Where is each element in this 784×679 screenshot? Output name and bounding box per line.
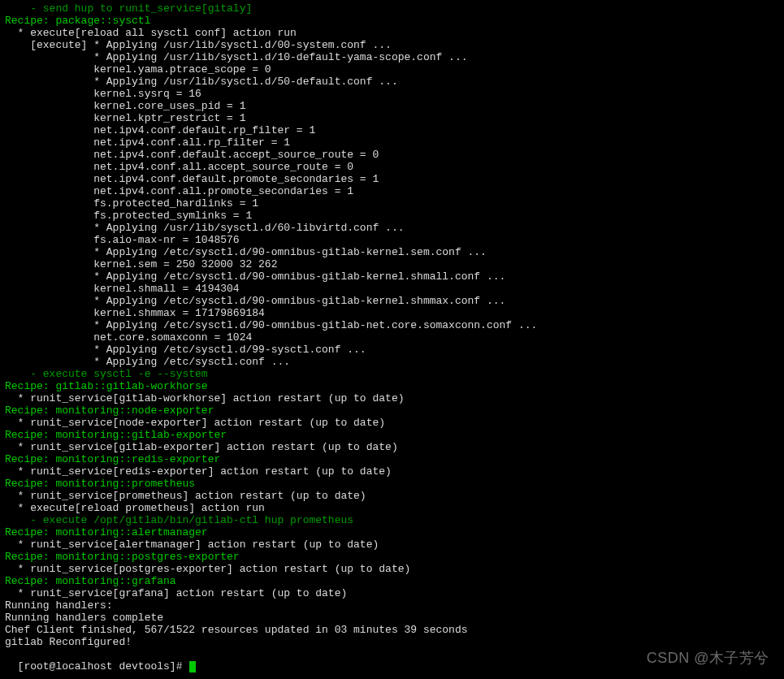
terminal-line: Recipe: monitoring::prometheus (5, 478, 779, 490)
terminal-line: kernel.core_uses_pid = 1 (5, 100, 779, 112)
terminal-line: Recipe: monitoring::postgres-exporter (5, 551, 779, 563)
terminal-output: - send hup to runit_service[gitaly]Recip… (5, 2, 779, 648)
terminal-line: net.ipv4.conf.all.rp_filter = 1 (5, 136, 779, 149)
terminal-line: net.ipv4.conf.default.rp_filter = 1 (5, 124, 779, 136)
terminal-line: * Applying /usr/lib/sysctl.d/60-libvirtd… (5, 222, 779, 234)
terminal-line: - execute sysctl -e --system (5, 368, 779, 380)
terminal-line: * execute[reload all sysctl conf] action… (5, 27, 779, 39)
terminal-line: * Applying /etc/sysctl.d/90-omnibus-gitl… (5, 295, 779, 307)
terminal-line: Recipe: monitoring::gitlab-exporter (5, 429, 779, 441)
terminal-line: net.ipv4.conf.default.promote_secondarie… (5, 173, 779, 185)
terminal-line: net.ipv4.conf.all.accept_source_route = … (5, 161, 779, 173)
terminal-line: * runit_service[prometheus] action resta… (5, 490, 779, 502)
terminal-line: Recipe: monitoring::redis-exporter (5, 453, 779, 465)
terminal-line: * Applying /etc/sysctl.d/99-sysctl.conf … (5, 344, 779, 356)
terminal-line: Recipe: monitoring::alertmanager (5, 526, 779, 538)
terminal-line: * Applying /etc/sysctl.d/90-omnibus-gitl… (5, 319, 779, 331)
terminal-line: - execute /opt/gitlab/bin/gitlab-ctl hup… (5, 514, 779, 526)
terminal-line: - send hup to runit_service[gitaly] (5, 2, 779, 15)
terminal-line: kernel.sysrq = 16 (5, 88, 779, 100)
terminal-line: Recipe: package::sysctl (5, 15, 779, 27)
terminal-line: * runit_service[gitlab-workhorse] action… (5, 392, 779, 404)
terminal-line: * Applying /usr/lib/sysctl.d/10-default-… (5, 51, 779, 63)
terminal-line: * execute[reload prometheus] action run (5, 502, 779, 514)
terminal-line: Chef Client finished, 567/1522 resources… (5, 624, 779, 636)
terminal-line: net.ipv4.conf.all.promote_secondaries = … (5, 185, 779, 197)
terminal-line: gitlab Reconfigured! (5, 636, 779, 648)
terminal-line: * Applying /etc/sysctl.conf ... (5, 356, 779, 368)
watermark: CSDN @木子芳兮 (647, 652, 769, 664)
terminal-line: kernel.yama.ptrace_scope = 0 (5, 63, 779, 76)
terminal-line: kernel.shmall = 4194304 (5, 283, 779, 295)
terminal-line: kernel.kptr_restrict = 1 (5, 112, 779, 124)
terminal-line: fs.protected_hardlinks = 1 (5, 197, 779, 210)
terminal-line: fs.protected_symlinks = 1 (5, 210, 779, 222)
terminal-line: [execute] * Applying /usr/lib/sysctl.d/0… (5, 39, 779, 51)
terminal-line: Recipe: monitoring::node-exporter (5, 404, 779, 417)
terminal-line: net.ipv4.conf.default.accept_source_rout… (5, 149, 779, 161)
terminal-line: * runit_service[grafana] action restart … (5, 587, 779, 599)
terminal-line: kernel.sem = 250 32000 32 262 (5, 258, 779, 270)
terminal-line: net.core.somaxconn = 1024 (5, 331, 779, 344)
terminal-line: Recipe: gitlab::gitlab-workhorse (5, 380, 779, 392)
terminal-line: fs.aio-max-nr = 1048576 (5, 234, 779, 246)
terminal-line: * runit_service[node-exporter] action re… (5, 417, 779, 429)
terminal-line: * runit_service[gitlab-exporter] action … (5, 441, 779, 453)
terminal-line: Running handlers: (5, 599, 779, 612)
terminal-line: Running handlers complete (5, 612, 779, 624)
terminal-line: * Applying /etc/sysctl.d/90-omnibus-gitl… (5, 246, 779, 258)
terminal-line: * runit_service[postgres-exporter] actio… (5, 563, 779, 575)
terminal-line: * Applying /usr/lib/sysctl.d/50-default.… (5, 76, 779, 88)
terminal-line: * Applying /etc/sysctl.d/90-omnibus-gitl… (5, 270, 779, 283)
terminal-line: kernel.shmmax = 17179869184 (5, 307, 779, 319)
shell-prompt: [root@localhost devtools]# (18, 660, 189, 673)
terminal-line: * runit_service[alertmanager] action res… (5, 538, 779, 551)
cursor-icon (189, 661, 196, 673)
terminal-line: * runit_service[redis-exporter] action r… (5, 465, 779, 478)
terminal-line: Recipe: monitoring::grafana (5, 575, 779, 587)
